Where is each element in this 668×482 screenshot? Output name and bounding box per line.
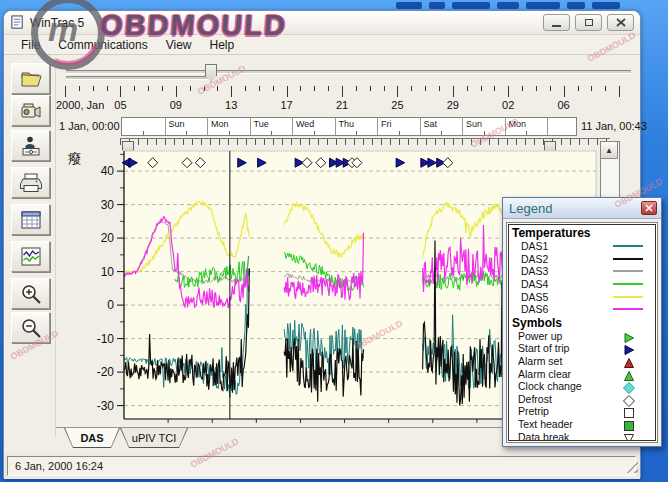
tri-up-icon — [623, 355, 635, 367]
background-text-fragment — [396, 2, 422, 9]
day-of-week-bar: SunMonTueWedThuFriSatSunMon — [121, 117, 577, 136]
ruler-minor-tick — [204, 86, 205, 91]
ruler-minor-tick — [245, 86, 246, 91]
printer-icon — [19, 171, 43, 195]
legend-symbol-name: Alarm set — [512, 355, 623, 367]
legend-series-name: DAS2 — [512, 253, 613, 265]
background-text-fragment — [429, 2, 445, 9]
ruler-major-tick — [619, 86, 620, 97]
menu-item-communications[interactable]: Communications — [49, 36, 156, 54]
desktop-background: WinTrac 5 FileCommunicationsViewHelp 200… — [0, 0, 668, 482]
legend-series-name: DAS6 — [512, 303, 613, 315]
ruler-minor-tick — [190, 86, 191, 91]
timeline-slider-track[interactable] — [66, 70, 631, 74]
window-title: WinTrac 5 — [30, 16, 543, 30]
ruler-label: 25 — [391, 99, 403, 111]
ruler-minor-tick — [314, 86, 315, 91]
half-day-tick — [441, 131, 442, 135]
menu-item-file[interactable]: File — [12, 36, 49, 54]
legend-symbol-alarm-clear: Alarm clear — [512, 367, 651, 380]
tab-upiv-tci[interactable]: uPIV TCI — [120, 428, 188, 448]
ruler-major-tick — [176, 86, 177, 97]
legend-symbol-text-header: Text header — [512, 418, 651, 431]
ruler-label: 29 — [447, 99, 459, 111]
day-segment-wed: Wed — [292, 118, 335, 135]
legend-series-name: DAS4 — [512, 278, 613, 290]
tab-das[interactable]: DAS — [64, 428, 120, 448]
ruler-minor-tick — [259, 86, 260, 91]
ruler-minor-tick — [356, 86, 357, 91]
diamond-icon — [623, 380, 635, 392]
ruler-minor-tick — [384, 86, 385, 91]
legend-title-bar[interactable]: Legend — [503, 198, 661, 219]
menu-item-help[interactable]: Help — [201, 36, 244, 54]
background-text-fragment — [567, 2, 585, 9]
ruler-minor-tick — [591, 86, 592, 91]
close-button[interactable] — [607, 14, 634, 31]
ruler-minor-tick — [578, 86, 579, 91]
title-bar[interactable]: WinTrac 5 — [4, 11, 640, 35]
half-day-tick — [526, 131, 527, 135]
square-icon — [623, 405, 635, 417]
tri-up-icon — [623, 368, 635, 380]
legend-symbol-name: Pretrip — [512, 405, 623, 417]
ruler-label: 06 — [557, 99, 569, 111]
date-ruler-labels: 2000, Jan050913172125290206 — [4, 99, 642, 113]
y-tick-label: 10 — [101, 265, 115, 279]
menu-item-view[interactable]: View — [157, 36, 201, 54]
legend-window[interactable]: Legend TemperaturesDAS1DAS2DAS3DAS4DAS5D… — [502, 197, 662, 447]
y-tick-label: -20 — [97, 365, 115, 379]
legend-symbol-data-break: Data break — [512, 430, 651, 441]
ruler-minor-tick — [605, 86, 606, 91]
legend-temp-das6: DAS6 — [512, 303, 651, 316]
ruler-minor-tick — [300, 86, 301, 91]
day-segment-thu: Thu — [335, 118, 378, 135]
ruler-minor-tick — [162, 86, 163, 91]
zoom-in-button[interactable] — [11, 278, 50, 309]
zoom-out-button[interactable] — [11, 312, 50, 343]
table-icon — [19, 208, 43, 232]
legend-temp-das5: DAS5 — [512, 290, 651, 303]
ruler-minor-tick — [107, 86, 108, 91]
graph-view-button[interactable] — [11, 241, 50, 272]
table-view-button[interactable] — [11, 204, 50, 235]
legend-series-name: DAS3 — [512, 265, 613, 277]
zoom-in-icon — [19, 282, 43, 306]
day-segment-mon: Mon — [207, 118, 250, 135]
ruler-minor-tick — [411, 86, 412, 91]
ruler-label: 13 — [225, 99, 237, 111]
ruler-minor-tick — [79, 86, 80, 91]
ruler-minor-tick — [467, 86, 468, 91]
ruler-minor-tick — [93, 86, 94, 91]
line-swatch-icon — [613, 296, 643, 298]
legend-close-button[interactable] — [641, 201, 657, 215]
close-icon — [645, 204, 653, 212]
range-start-label: 1 Jan, 00:00 — [59, 120, 120, 132]
ruler-minor-tick — [134, 86, 135, 91]
tri-down-icon — [623, 431, 635, 441]
day-segment-sat: Sat — [420, 118, 463, 135]
background-text-fragment — [452, 2, 490, 9]
day-segment-fri: Fri — [377, 118, 420, 135]
ruler-major-tick — [342, 86, 343, 97]
tri-right-icon — [623, 330, 635, 342]
day-segment-sun: Sun — [462, 118, 505, 135]
operator-settings-button[interactable] — [11, 130, 50, 161]
minimize-button[interactable] — [543, 14, 570, 31]
ruler-minor-tick — [370, 86, 371, 91]
ruler-minor-tick — [273, 86, 274, 91]
legend-temp-das1: DAS1 — [512, 240, 651, 253]
legend-symbol-alarm-set: Alarm set — [512, 355, 651, 368]
y-tick-label: 30 — [101, 198, 115, 212]
ruler-minor-tick — [550, 86, 551, 91]
legend-series-name: DAS5 — [512, 291, 613, 303]
day-segment-tue: Tue — [250, 118, 293, 135]
minimize-icon — [552, 25, 561, 27]
ruler-label: 09 — [170, 99, 182, 111]
background-text-fragment — [526, 2, 560, 9]
maximize-button[interactable] — [575, 14, 602, 31]
print-button[interactable] — [11, 167, 50, 198]
legend-symbol-name: Start of trip — [512, 342, 623, 354]
day-segment-sun: Sun — [165, 118, 208, 135]
scroll-up-button[interactable]: ▲ — [600, 141, 618, 159]
